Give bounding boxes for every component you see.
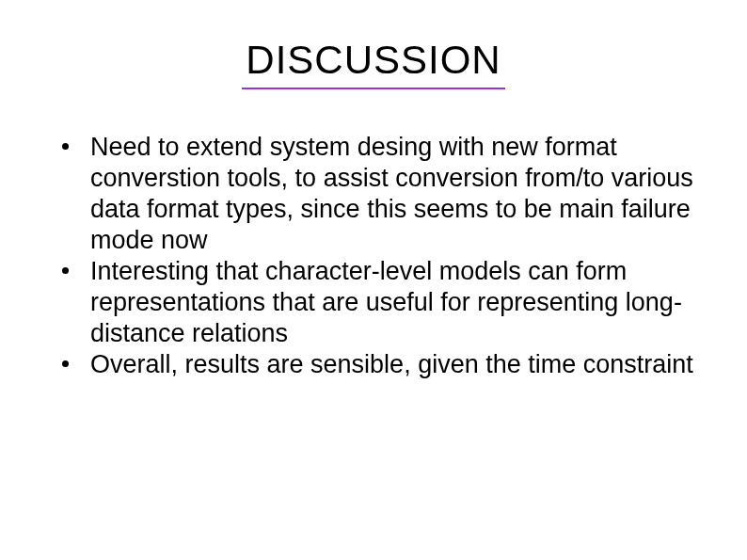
slide-body: Need to extend system desing with new fo… bbox=[45, 132, 719, 380]
list-item: Interesting that character-level models … bbox=[45, 256, 719, 349]
bullet-list: Need to extend system desing with new fo… bbox=[45, 132, 719, 380]
list-item: Overall, results are sensible, given the… bbox=[45, 349, 719, 380]
list-item: Need to extend system desing with new fo… bbox=[45, 132, 719, 256]
slide: DISCUSSION Need to extend system desing … bbox=[0, 0, 747, 560]
slide-title: DISCUSSION bbox=[0, 38, 747, 83]
title-underline bbox=[242, 88, 505, 89]
